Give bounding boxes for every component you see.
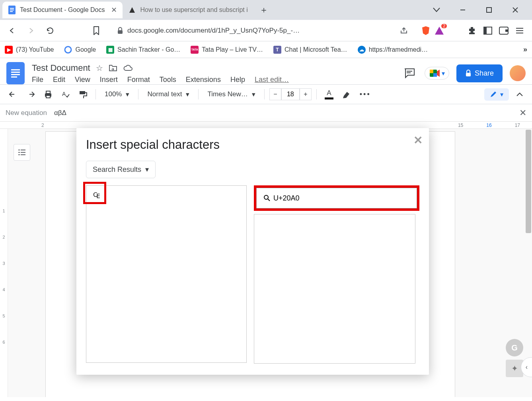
search-wrap — [254, 185, 419, 211]
brave-shield-icon[interactable] — [421, 25, 431, 36]
share-url-icon[interactable] — [400, 27, 408, 34]
character-result[interactable]: ₠ — [90, 188, 104, 202]
tab-title: How to use superscript and subscript i — [140, 6, 247, 14]
special-characters-dialog: ✕ Insert special characters Search Resul… — [76, 128, 429, 375]
svg-line-35 — [268, 199, 270, 201]
paint-format-button[interactable] — [76, 88, 91, 101]
url-text: docs.google.com/document/d/1hP_y_UsnQ7Yo… — [127, 27, 300, 35]
address-bar[interactable]: docs.google.com/document/d/1hP_y_UsnQ7Yo… — [111, 23, 413, 39]
wallet-icon[interactable] — [499, 25, 509, 36]
grammarly-icon[interactable]: G — [506, 339, 523, 356]
increase-font-button[interactable]: + — [300, 88, 312, 100]
tab-title: Test Document - Google Docs — [20, 6, 105, 14]
greek-letters-icon[interactable]: αβΔ — [54, 109, 66, 117]
new-equation-label[interactable]: New equation — [6, 109, 47, 117]
menu-icon[interactable] — [514, 25, 525, 36]
draw-character-box[interactable] — [254, 214, 415, 364]
menu-extensions[interactable]: Extensions — [186, 76, 221, 84]
document-title[interactable]: Test Document — [32, 63, 90, 73]
comment-history-icon[interactable] — [401, 65, 417, 81]
collapse-toolbar-button[interactable] — [513, 90, 526, 99]
svg-rect-21 — [433, 73, 437, 77]
close-dialog-button[interactable]: ✕ — [413, 134, 423, 147]
search-tabs-icon[interactable] — [428, 1, 445, 19]
menu-format[interactable]: Format — [127, 76, 150, 84]
menu-insert[interactable]: Insert — [100, 76, 118, 84]
docs-logo-icon[interactable] — [6, 62, 25, 84]
forward-button[interactable] — [23, 23, 39, 39]
vertical-ruler[interactable]: 1 2 3 4 5 6 — [0, 129, 8, 397]
print-button[interactable] — [41, 88, 56, 101]
tab-close-icon[interactable]: ✕ — [111, 6, 117, 14]
tab-strip: Test Document - Google Docs ✕ How to use… — [0, 0, 532, 20]
outline-toggle-button[interactable] — [14, 144, 30, 161]
tab-inactive[interactable]: How to use superscript and subscript i — [123, 2, 253, 18]
cloud-status-icon[interactable] — [123, 64, 133, 72]
star-icon[interactable]: ☆ — [96, 63, 103, 73]
chevron-down-icon: ▾ — [252, 90, 255, 99]
svg-point-34 — [264, 195, 268, 199]
bookmarks-bar: ▶(73) YouTube Google ▦Sachin Tracker - G… — [0, 41, 532, 58]
svg-rect-8 — [118, 30, 123, 34]
chevron-down-icon: ▾ — [126, 90, 129, 99]
menu-view[interactable]: View — [75, 76, 90, 84]
new-tab-button[interactable]: ＋ — [257, 3, 271, 17]
last-edit[interactable]: Last edit… — [255, 76, 289, 84]
menu-help[interactable]: Help — [230, 76, 245, 84]
docs-header: Test Document ☆ File Edit View Insert Fo… — [0, 58, 532, 84]
reload-button[interactable] — [42, 23, 58, 39]
close-window-button[interactable] — [507, 1, 524, 19]
undo-button[interactable] — [6, 89, 21, 100]
svg-rect-24 — [46, 91, 50, 93]
browser-chrome: Test Document - Google Docs ✕ How to use… — [0, 0, 532, 58]
bookmarks-overflow[interactable]: » — [523, 45, 527, 54]
svg-text:A: A — [62, 91, 66, 97]
move-icon[interactable] — [109, 64, 117, 72]
svg-point-16 — [65, 47, 71, 53]
lock-icon — [117, 27, 123, 34]
category-filter-dropdown[interactable]: Search Results ▾ — [86, 161, 156, 178]
font-dropdown[interactable]: Times New…▾ — [203, 89, 259, 100]
brave-rewards-icon[interactable]: 2 — [434, 25, 444, 36]
zoom-dropdown[interactable]: 100%▾ — [101, 89, 133, 100]
back-button[interactable] — [4, 23, 20, 39]
text-color-button[interactable]: A — [322, 87, 337, 102]
bookmark-sheets[interactable]: ▦Sachin Tracker - Go… — [106, 46, 180, 54]
bookmark-teams[interactable]: TChat | Microsoft Tea… — [273, 46, 347, 54]
share-button[interactable]: Share — [456, 64, 503, 82]
menu-edit[interactable]: Edit — [53, 76, 65, 84]
menubar: File Edit View Insert Format Tools Exten… — [32, 76, 401, 84]
minimize-button[interactable] — [454, 1, 472, 19]
close-equation-bar-icon[interactable]: ✕ — [519, 108, 526, 118]
bookmark-youtube[interactable]: ▶(73) YouTube — [5, 46, 54, 54]
font-size-input[interactable] — [281, 88, 300, 100]
meet-button[interactable]: ▾ — [425, 67, 449, 80]
svg-rect-27 — [80, 91, 85, 94]
style-dropdown[interactable]: Normal text▾ — [143, 89, 193, 100]
chevron-down-icon: ▾ — [145, 165, 149, 174]
highlight-button[interactable] — [339, 88, 354, 101]
bookmark-framed[interactable]: ☁https://framedmedi… — [358, 46, 428, 54]
svg-rect-10 — [484, 27, 487, 34]
bookmark-icon[interactable] — [88, 23, 104, 39]
sidebar-icon[interactable] — [483, 25, 493, 36]
unicode-search-input[interactable] — [256, 188, 417, 208]
tab-active[interactable]: Test Document - Google Docs ✕ — [2, 2, 123, 18]
extensions-icon[interactable] — [467, 25, 477, 36]
bookmark-google[interactable]: Google — [64, 46, 96, 54]
svg-rect-3 — [10, 11, 13, 12]
redo-button[interactable] — [23, 89, 38, 100]
bookmark-tata[interactable]: TATATata Play – Live TV… — [191, 46, 263, 54]
maximize-button[interactable] — [480, 1, 498, 19]
sheets-icon: ▦ — [106, 46, 114, 54]
vertical-scrollbar[interactable] — [526, 130, 531, 233]
menu-file[interactable]: File — [32, 76, 43, 84]
more-tools-button[interactable]: ••• — [357, 88, 374, 101]
menu-tools[interactable]: Tools — [160, 76, 176, 84]
spellcheck-button[interactable]: A — [58, 88, 73, 101]
editing-mode-button[interactable]: ▾ — [484, 88, 509, 101]
account-avatar[interactable] — [510, 65, 526, 81]
decrease-font-button[interactable]: − — [269, 88, 281, 100]
docs-favicon-icon — [8, 6, 16, 14]
pencil-icon — [490, 91, 497, 98]
